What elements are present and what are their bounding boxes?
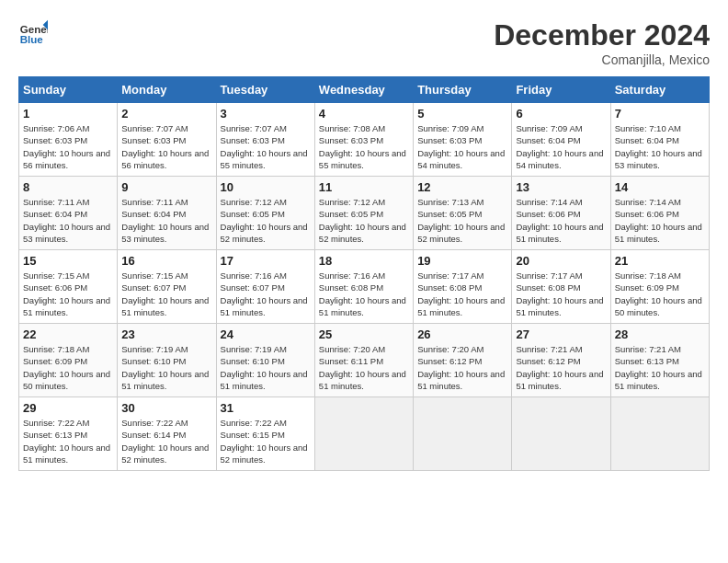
- calendar-cell: 18Sunrise: 7:16 AMSunset: 6:08 PMDayligh…: [314, 250, 413, 324]
- day-number: 31: [221, 401, 311, 415]
- calendar-cell: 31Sunrise: 7:22 AMSunset: 6:15 PMDayligh…: [216, 397, 314, 471]
- day-detail: Sunrise: 7:12 AMSunset: 6:05 PMDaylight:…: [319, 196, 409, 245]
- calendar-cell: 17Sunrise: 7:16 AMSunset: 6:07 PMDayligh…: [216, 250, 314, 324]
- logo: General Blue: [18, 18, 48, 48]
- day-number: 23: [121, 327, 211, 341]
- day-detail: Sunrise: 7:22 AMSunset: 6:14 PMDaylight:…: [121, 417, 211, 465]
- day-detail: Sunrise: 7:07 AMSunset: 6:03 PMDaylight:…: [221, 122, 311, 171]
- day-number: 16: [121, 254, 211, 268]
- logo-icon: General Blue: [18, 18, 48, 48]
- day-detail: Sunrise: 7:21 AMSunset: 6:12 PMDaylight:…: [516, 343, 606, 392]
- day-number: 21: [615, 254, 705, 268]
- day-number: 11: [319, 180, 409, 194]
- calendar-cell: 22Sunrise: 7:18 AMSunset: 6:09 PMDayligh…: [19, 324, 118, 397]
- day-detail: Sunrise: 7:16 AMSunset: 6:07 PMDaylight:…: [221, 270, 311, 318]
- day-number: 10: [221, 180, 311, 194]
- day-number: 8: [23, 180, 113, 194]
- week-row-3: 15Sunrise: 7:15 AMSunset: 6:06 PMDayligh…: [19, 250, 710, 324]
- day-detail: Sunrise: 7:20 AMSunset: 6:11 PMDaylight:…: [319, 343, 409, 392]
- day-number: 13: [516, 180, 606, 194]
- day-number: 9: [121, 180, 211, 194]
- calendar-cell: [512, 397, 610, 471]
- day-detail: Sunrise: 7:07 AMSunset: 6:03 PMDaylight:…: [121, 122, 211, 171]
- day-detail: Sunrise: 7:10 AMSunset: 6:04 PMDaylight:…: [615, 122, 705, 171]
- calendar-cell: [610, 397, 709, 471]
- col-header-tuesday: Tuesday: [216, 77, 314, 103]
- calendar-cell: 8Sunrise: 7:11 AMSunset: 6:04 PMDaylight…: [19, 177, 118, 250]
- day-number: 4: [319, 107, 409, 121]
- calendar-cell: 2Sunrise: 7:07 AMSunset: 6:03 PMDaylight…: [118, 103, 216, 177]
- day-detail: Sunrise: 7:09 AMSunset: 6:03 PMDaylight:…: [417, 122, 507, 171]
- day-detail: Sunrise: 7:09 AMSunset: 6:04 PMDaylight:…: [516, 122, 606, 171]
- calendar-cell: 25Sunrise: 7:20 AMSunset: 6:11 PMDayligh…: [314, 324, 413, 397]
- day-number: 3: [221, 107, 311, 121]
- day-detail: Sunrise: 7:06 AMSunset: 6:03 PMDaylight:…: [23, 122, 113, 171]
- calendar-subtitle: Comanjilla, Mexico: [494, 52, 710, 67]
- day-detail: Sunrise: 7:11 AMSunset: 6:04 PMDaylight:…: [121, 196, 211, 245]
- col-header-saturday: Saturday: [610, 77, 709, 103]
- calendar-cell: 12Sunrise: 7:13 AMSunset: 6:05 PMDayligh…: [414, 177, 512, 250]
- calendar-cell: 1Sunrise: 7:06 AMSunset: 6:03 PMDaylight…: [19, 103, 118, 177]
- calendar-title: December 2024: [494, 18, 710, 52]
- day-number: 18: [319, 254, 409, 268]
- calendar-cell: 7Sunrise: 7:10 AMSunset: 6:04 PMDaylight…: [610, 103, 709, 177]
- day-detail: Sunrise: 7:13 AMSunset: 6:05 PMDaylight:…: [417, 196, 507, 245]
- week-row-5: 29Sunrise: 7:22 AMSunset: 6:13 PMDayligh…: [19, 397, 710, 471]
- day-number: 1: [23, 107, 113, 121]
- day-detail: Sunrise: 7:16 AMSunset: 6:08 PMDaylight:…: [319, 270, 409, 318]
- day-number: 14: [615, 180, 705, 194]
- calendar-cell: 27Sunrise: 7:21 AMSunset: 6:12 PMDayligh…: [512, 324, 610, 397]
- day-number: 6: [516, 107, 606, 121]
- col-header-monday: Monday: [118, 77, 216, 103]
- day-number: 20: [516, 254, 606, 268]
- col-header-sunday: Sunday: [19, 77, 118, 103]
- week-row-4: 22Sunrise: 7:18 AMSunset: 6:09 PMDayligh…: [19, 324, 710, 397]
- calendar-cell: 4Sunrise: 7:08 AMSunset: 6:03 PMDaylight…: [314, 103, 413, 177]
- week-row-2: 8Sunrise: 7:11 AMSunset: 6:04 PMDaylight…: [19, 177, 710, 250]
- col-header-thursday: Thursday: [414, 77, 512, 103]
- day-detail: Sunrise: 7:14 AMSunset: 6:06 PMDaylight:…: [615, 196, 705, 245]
- day-number: 22: [23, 327, 113, 341]
- calendar-cell: 11Sunrise: 7:12 AMSunset: 6:05 PMDayligh…: [314, 177, 413, 250]
- day-number: 15: [23, 254, 113, 268]
- calendar-cell: 24Sunrise: 7:19 AMSunset: 6:10 PMDayligh…: [216, 324, 314, 397]
- day-number: 28: [615, 327, 705, 341]
- day-detail: Sunrise: 7:08 AMSunset: 6:03 PMDaylight:…: [319, 122, 409, 171]
- day-number: 17: [221, 254, 311, 268]
- calendar-cell: 3Sunrise: 7:07 AMSunset: 6:03 PMDaylight…: [216, 103, 314, 177]
- calendar-cell: 10Sunrise: 7:12 AMSunset: 6:05 PMDayligh…: [216, 177, 314, 250]
- calendar-cell: 15Sunrise: 7:15 AMSunset: 6:06 PMDayligh…: [19, 250, 118, 324]
- title-area: December 2024 Comanjilla, Mexico: [494, 18, 710, 67]
- col-header-friday: Friday: [512, 77, 610, 103]
- day-detail: Sunrise: 7:11 AMSunset: 6:04 PMDaylight:…: [23, 196, 113, 245]
- day-number: 12: [417, 180, 507, 194]
- calendar-cell: 16Sunrise: 7:15 AMSunset: 6:07 PMDayligh…: [118, 250, 216, 324]
- day-number: 25: [319, 327, 409, 341]
- calendar-cell: 23Sunrise: 7:19 AMSunset: 6:10 PMDayligh…: [118, 324, 216, 397]
- day-number: 26: [417, 327, 507, 341]
- day-detail: Sunrise: 7:19 AMSunset: 6:10 PMDaylight:…: [221, 343, 311, 392]
- week-row-1: 1Sunrise: 7:06 AMSunset: 6:03 PMDaylight…: [19, 103, 710, 177]
- day-detail: Sunrise: 7:22 AMSunset: 6:13 PMDaylight:…: [23, 417, 113, 465]
- calendar-cell: 6Sunrise: 7:09 AMSunset: 6:04 PMDaylight…: [512, 103, 610, 177]
- calendar-cell: 26Sunrise: 7:20 AMSunset: 6:12 PMDayligh…: [414, 324, 512, 397]
- calendar-table: SundayMondayTuesdayWednesdayThursdayFrid…: [18, 76, 710, 471]
- day-number: 29: [23, 401, 113, 415]
- svg-text:Blue: Blue: [20, 34, 44, 45]
- day-detail: Sunrise: 7:18 AMSunset: 6:09 PMDaylight:…: [23, 343, 113, 392]
- day-number: 30: [121, 401, 211, 415]
- calendar-cell: 28Sunrise: 7:21 AMSunset: 6:13 PMDayligh…: [610, 324, 709, 397]
- calendar-cell: 13Sunrise: 7:14 AMSunset: 6:06 PMDayligh…: [512, 177, 610, 250]
- day-number: 5: [417, 107, 507, 121]
- calendar-cell: 21Sunrise: 7:18 AMSunset: 6:09 PMDayligh…: [610, 250, 709, 324]
- day-detail: Sunrise: 7:15 AMSunset: 6:06 PMDaylight:…: [23, 270, 113, 318]
- day-detail: Sunrise: 7:15 AMSunset: 6:07 PMDaylight:…: [121, 270, 211, 318]
- calendar-cell: 29Sunrise: 7:22 AMSunset: 6:13 PMDayligh…: [19, 397, 118, 471]
- day-detail: Sunrise: 7:14 AMSunset: 6:06 PMDaylight:…: [516, 196, 606, 245]
- calendar-cell: 5Sunrise: 7:09 AMSunset: 6:03 PMDaylight…: [414, 103, 512, 177]
- day-detail: Sunrise: 7:20 AMSunset: 6:12 PMDaylight:…: [417, 343, 507, 392]
- calendar-cell: [414, 397, 512, 471]
- calendar-cell: 30Sunrise: 7:22 AMSunset: 6:14 PMDayligh…: [118, 397, 216, 471]
- day-detail: Sunrise: 7:18 AMSunset: 6:09 PMDaylight:…: [615, 270, 705, 318]
- day-detail: Sunrise: 7:22 AMSunset: 6:15 PMDaylight:…: [221, 417, 311, 465]
